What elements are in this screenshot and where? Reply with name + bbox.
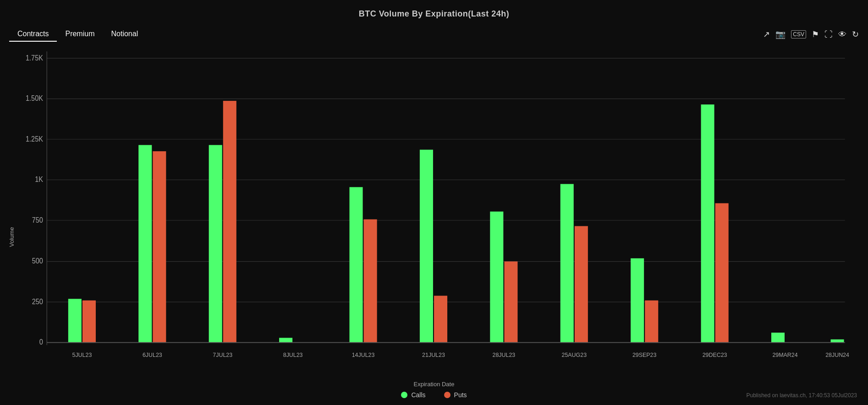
bookmark-icon[interactable]: ⚑ [812,29,819,39]
svg-text:5JUL23: 5JUL23 [72,351,92,359]
svg-text:1.50K: 1.50K [26,94,43,102]
refresh-icon[interactable]: ↻ [852,29,859,39]
eye-icon[interactable]: 👁 [838,30,846,39]
bar-calls-1 [138,145,152,343]
y-axis-label: Volume [5,46,18,400]
svg-text:1.75K: 1.75K [26,54,43,62]
svg-text:28JUN24: 28JUN24 [825,351,849,359]
share-icon[interactable]: ↗ [763,29,770,39]
bar-calls-9 [701,104,714,343]
legend-puts-label: Puts [454,391,467,399]
svg-text:29DEC23: 29DEC23 [703,351,727,359]
csv-icon[interactable]: CSV [791,30,806,38]
legend: Calls Puts [18,389,850,400]
tab-contracts[interactable]: Contracts [9,27,57,42]
footer-text: Published on laevitas.ch, 17:40:53 05Jul… [746,392,857,399]
tab-group: Contracts Premium Notional [9,27,146,42]
svg-text:29MAR24: 29MAR24 [772,351,797,359]
image-icon[interactable]: 📷 [775,29,786,39]
svg-text:14JUL23: 14JUL23 [352,351,375,359]
bar-puts-6 [504,262,517,343]
legend-puts-dot [444,392,450,398]
bar-puts-1 [153,151,166,342]
chart-plot: 0 250 500 750 1K 1.25K 1.50K 1.75K [18,46,850,379]
chart-container: BTC Volume By Expiration(Last 24h) Contr… [0,0,868,405]
toolbar-icons: ↗ 📷 CSV ⚑ ⛶ 👁 ↻ [763,29,859,39]
tab-premium[interactable]: Premium [57,27,103,42]
svg-text:25AUG23: 25AUG23 [562,351,587,359]
x-axis-label: Expiration Date [18,379,850,389]
legend-calls-dot [401,392,407,398]
bar-calls-2 [209,145,222,343]
legend-calls-label: Calls [411,391,425,399]
svg-text:8JUL23: 8JUL23 [283,351,303,359]
svg-text:7JUL23: 7JUL23 [213,351,232,359]
legend-calls: Calls [401,391,425,399]
bar-calls-8 [631,258,644,343]
bar-calls-6 [490,212,503,343]
bar-puts-4 [364,219,377,343]
svg-text:21JUL23: 21JUL23 [422,351,445,359]
bar-calls-0 [68,299,82,342]
main-chart-svg: 0 250 500 750 1K 1.25K 1.50K 1.75K [18,46,850,379]
chart-area: Volume 0 250 [0,42,868,405]
expand-icon[interactable]: ⛶ [824,30,833,39]
chart-inner: 0 250 500 750 1K 1.25K 1.50K 1.75K [18,46,850,400]
bar-puts-5 [434,296,447,343]
legend-puts: Puts [444,391,467,399]
svg-text:28JUL23: 28JUL23 [493,351,516,359]
svg-text:29SEP23: 29SEP23 [632,351,656,359]
tab-notional[interactable]: Notional [103,27,146,42]
svg-text:6JUL23: 6JUL23 [143,351,162,359]
svg-text:250: 250 [32,297,43,306]
bar-calls-5 [420,150,433,343]
svg-text:1K: 1K [35,175,43,183]
bar-calls-10 [771,333,785,343]
bar-calls-4 [349,187,363,342]
bar-puts-2 [223,101,236,342]
svg-text:1.25K: 1.25K [26,135,43,143]
svg-text:500: 500 [32,257,43,265]
svg-text:0: 0 [39,338,43,346]
bar-puts-8 [645,301,658,343]
bar-calls-3 [279,338,292,342]
bar-calls-11 [831,339,844,343]
chart-title: BTC Volume By Expiration(Last 24h) [0,0,868,23]
bar-puts-9 [715,203,729,343]
svg-text:750: 750 [32,216,43,224]
bar-puts-7 [575,226,588,342]
bar-calls-7 [560,184,574,343]
bar-puts-0 [82,301,96,343]
top-bar: Contracts Premium Notional ↗ 📷 CSV ⚑ ⛶ 👁… [0,23,868,42]
